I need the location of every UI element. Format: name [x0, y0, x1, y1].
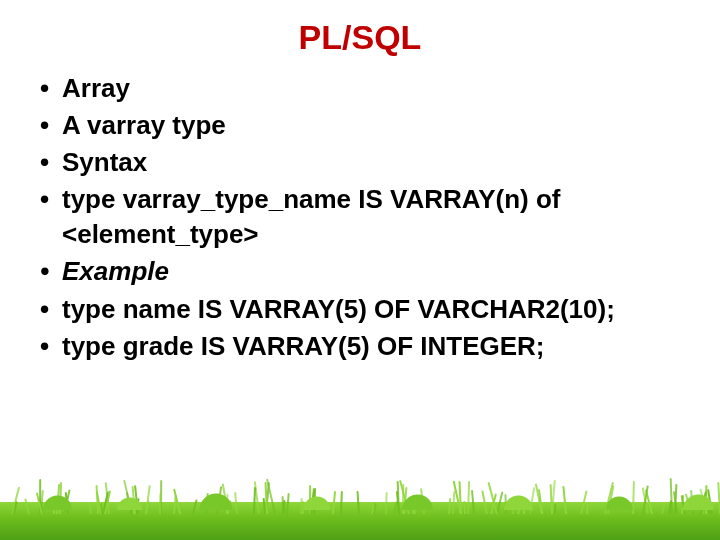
- list-item: Syntax: [40, 145, 692, 180]
- list-item: A varray type: [40, 108, 692, 143]
- slide: PL/SQL Array A varray type Syntax type v…: [0, 0, 720, 540]
- list-item: type name IS VARRAY(5) OF VARCHAR2(10);: [40, 292, 692, 327]
- list-item: Array: [40, 71, 692, 106]
- grass-decoration: [0, 460, 720, 540]
- slide-title: PL/SQL: [28, 18, 692, 57]
- list-item: type grade IS VARRAY(5) OF INTEGER;: [40, 329, 692, 364]
- list-item: type varray_type_name IS VARRAY(n) of <e…: [40, 182, 692, 252]
- list-item: Example: [40, 254, 692, 289]
- grass-blades: [0, 474, 720, 514]
- bullet-list: Array A varray type Syntax type varray_t…: [28, 71, 692, 364]
